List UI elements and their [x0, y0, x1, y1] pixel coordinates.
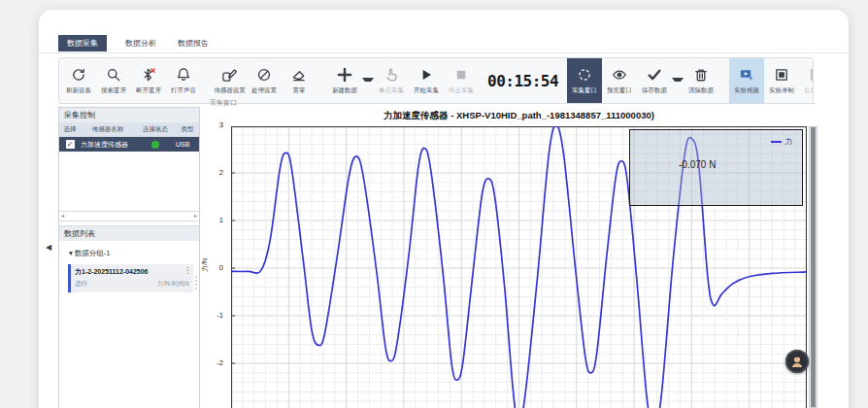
toolbar-group-gap [317, 58, 327, 103]
sensor-table-header: 选择 传感器名称 连接状态 类型 [59, 122, 199, 137]
collect-window-button[interactable]: 采集窗口 [567, 58, 602, 103]
legend-line-icon [771, 141, 782, 144]
button-label: 清除数据 [688, 85, 714, 94]
data-list-body: ▾ 数据分组-1 力1-2-20251112-042506 ⋮ 运行 力/N-时… [59, 241, 199, 292]
scroll-left-arrow-icon[interactable]: ◂ [61, 212, 64, 220]
experiment-record-button[interactable]: 实验录制 [764, 58, 799, 103]
selection-annotation-box[interactable]: 力 -0.070 N [629, 129, 803, 206]
chart-title: 力加速度传感器 - XHSP-V10HID_path_-1981348857_1… [231, 110, 807, 122]
tab-data-collection[interactable]: 数据采集 [58, 35, 107, 51]
plus-icon [337, 67, 352, 83]
tab-bar: 数据采集 数据分析 数据报告 [39, 35, 849, 53]
sensor-name: 力加速度传感器 [81, 140, 135, 150]
button-label: 断开蓝牙 [136, 85, 161, 94]
process-settings-icon [256, 67, 272, 83]
scrollbar-thumb[interactable] [811, 127, 816, 407]
button-label: 打开声音 [171, 85, 196, 94]
sensor-table-row[interactable]: ✓ 力加速度传感器 USB [59, 137, 199, 152]
button-label: 实验视频 [734, 85, 759, 94]
y-axis-ticks: 3210-1-2 [204, 126, 227, 408]
dashed-circle-icon [577, 67, 592, 83]
check-icon [647, 67, 662, 83]
chevron-down-icon[interactable] [672, 78, 684, 85]
column-select: 选择 [59, 125, 81, 134]
sensor-table-empty-area [59, 152, 199, 211]
button-label: 保存数据 [642, 85, 667, 94]
zero-button[interactable]: 置零 [282, 58, 317, 103]
app-window: 数据采集 数据分析 数据报告 刷新设备 搜索蓝牙 断开蓝牙 打开声音 传感器设置 [39, 10, 849, 408]
chart-window-divider [245, 103, 816, 104]
eye-icon [612, 67, 627, 83]
chart-window-label: 采集窗口 [210, 98, 237, 108]
y-tick-label: -2 [217, 358, 223, 367]
data-list-header: 数据列表 [59, 225, 199, 241]
process-settings-button[interactable]: 处理设置 [247, 58, 282, 103]
toolbar-group-gap [201, 58, 212, 103]
search-icon [106, 67, 121, 83]
button-label: 公式计算 [804, 85, 814, 94]
stop-icon [453, 67, 469, 83]
y-tick-label: -1 [217, 311, 223, 320]
experiment-video-button[interactable]: 实验视频 [729, 58, 764, 103]
assistant-avatar-button[interactable] [785, 350, 809, 373]
button-label: 开始采集 [414, 85, 439, 94]
start-collect-button[interactable]: 开始采集 [409, 58, 444, 103]
y-tick-label: 1 [219, 216, 223, 224]
y-tick-label: 3 [219, 120, 223, 129]
record-icon [774, 67, 789, 83]
clear-data-button[interactable]: 清除数据 [684, 58, 718, 103]
tab-data-report[interactable]: 数据报告 [169, 35, 217, 51]
person-avatar-icon [789, 354, 805, 369]
collection-timer: 00:15:54 [487, 72, 558, 90]
kebab-menu-icon[interactable]: ⋮ [184, 266, 191, 275]
legend-label: 力 [785, 137, 793, 147]
sound-on-button[interactable]: 打开声音 [166, 58, 201, 103]
y-tick-label: 0 [219, 263, 223, 272]
tab-data-analysis[interactable]: 数据分析 [117, 35, 165, 51]
single-point-collect-button[interactable]: 单点采集 [374, 58, 409, 103]
collapse-sidebar-handle[interactable]: ◀ [46, 243, 51, 252]
refresh-icon [71, 67, 86, 83]
data-record-title: 力1-2-20251112-042506 [75, 267, 189, 277]
button-label: 采集窗口 [572, 85, 597, 94]
column-type: 类型 [176, 125, 199, 134]
button-label: 搜索蓝牙 [101, 85, 126, 94]
data-group-item[interactable]: ▾ 数据分组-1 [59, 249, 199, 258]
button-label: 单点采集 [379, 85, 404, 94]
formula-icon [809, 67, 814, 83]
new-data-button[interactable]: 新建数据 [327, 58, 362, 103]
sensor-checkbox[interactable]: ✓ [66, 140, 75, 149]
button-label: 实验录制 [769, 85, 794, 94]
stop-collect-button[interactable]: 停止采集 [444, 58, 479, 103]
column-connection-status: 连接状态 [135, 125, 176, 134]
trash-icon [693, 67, 709, 83]
scroll-right-arrow-icon[interactable]: ▸ [194, 212, 197, 220]
hand-point-icon [384, 67, 399, 83]
search-bluetooth-button[interactable]: 搜索蓝牙 [96, 58, 131, 103]
video-icon [739, 67, 754, 83]
disconnect-bluetooth-button[interactable]: 断开蓝牙 [131, 58, 166, 103]
button-label: 处理设置 [251, 85, 277, 94]
status-dot [151, 141, 159, 149]
vertical-scrollbar[interactable] [809, 126, 818, 408]
y-tick-label: 2 [219, 168, 223, 177]
chart-legend: 力 [771, 137, 793, 147]
eraser-icon [291, 67, 307, 83]
formula-calc-button[interactable]: 公式计算 [799, 58, 814, 103]
button-label: 传感器设置 [214, 85, 245, 94]
data-record-card[interactable]: 力1-2-20251112-042506 ⋮ 运行 力/N-时间/s [68, 264, 193, 292]
horizontal-scrollbar[interactable]: ◂ ▸ [59, 211, 199, 221]
sensor-settings-icon [221, 67, 237, 83]
save-data-button[interactable]: 保存数据 [637, 58, 672, 103]
list-scroll-dots[interactable] [195, 276, 197, 289]
button-label: 刷新设备 [66, 85, 91, 94]
button-label: 置零 [293, 85, 306, 94]
refresh-device-button[interactable]: 刷新设备 [61, 58, 96, 103]
preview-window-button[interactable]: 预览窗口 [602, 58, 637, 103]
toolbar-group-gap [718, 58, 729, 103]
button-label: 新建数据 [332, 85, 357, 94]
chevron-down-icon[interactable] [362, 78, 374, 85]
sensor-type: USB [176, 141, 199, 148]
sensor-settings-button[interactable]: 传感器设置 [212, 58, 247, 103]
column-sensor-name: 传感器名称 [81, 125, 135, 134]
